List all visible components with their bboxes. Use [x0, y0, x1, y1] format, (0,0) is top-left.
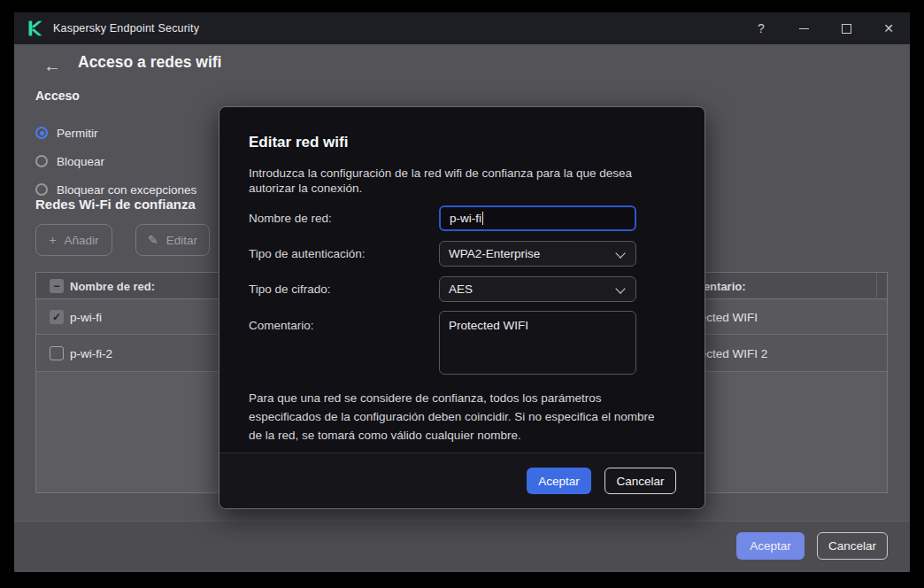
network-name-input[interactable]: p-wi-fi — [439, 205, 636, 231]
dialog-cancel-button[interactable]: Cancelar — [604, 468, 676, 494]
accept-button[interactable]: Aceptar — [736, 532, 805, 560]
pencil-icon: ✎ — [148, 233, 158, 247]
cancel-button[interactable]: Cancelar — [817, 532, 888, 560]
help-icon[interactable]: ? — [740, 12, 782, 44]
auth-type-label: Tipo de autenticación: — [249, 241, 439, 267]
scrollbar-gutter-divider — [876, 273, 877, 299]
edit-wifi-dialog: Editar red wifi Introduzca la configurac… — [219, 106, 705, 509]
add-button[interactable]: + Añadir — [35, 224, 112, 256]
minimize-icon[interactable] — [782, 12, 825, 44]
chevron-down-icon — [615, 248, 625, 258]
radio-bloquear-con-excepciones[interactable]: Bloquear con excepciones — [35, 181, 196, 198]
comment-label: Comentario: — [249, 311, 439, 375]
dialog-note: Para que una red se considere de confian… — [249, 389, 682, 445]
app-title: Kaspersky Endpoint Security — [53, 12, 199, 44]
radio-icon — [35, 183, 48, 196]
dialog-title: Editar red wifi — [249, 134, 348, 151]
radio-selected-icon — [35, 127, 48, 139]
edit-button[interactable]: ✎ Editar — [135, 224, 210, 256]
dialog-accept-button[interactable]: Aceptar — [527, 468, 591, 494]
text-caret — [482, 212, 483, 225]
encryption-type-select[interactable]: AES — [439, 276, 636, 302]
row-checkbox-checked[interactable]: ✓ — [50, 310, 64, 324]
auth-type-select[interactable]: WPA2-Enterprise — [439, 241, 636, 267]
page-title: Acceso a redes wifi — [78, 53, 221, 72]
comment-textarea[interactable]: Protected WIFI — [439, 311, 636, 375]
dialog-description: Introduzca la configuración de la red wi… — [249, 166, 665, 196]
titlebar: Kaspersky Endpoint Security ? ✕ — [14, 12, 910, 44]
back-button[interactable]: ← — [41, 55, 64, 76]
chevron-down-icon — [615, 283, 625, 293]
back-arrow-icon: ← — [43, 56, 61, 75]
check-icon: ✓ — [52, 312, 61, 322]
kaspersky-logo — [27, 19, 44, 37]
radio-icon — [35, 155, 48, 167]
radio-permitir[interactable]: Permitir — [35, 124, 98, 142]
encryption-type-label: Tipo de cifrado: — [249, 276, 439, 302]
dialog-footer: Aceptar Cancelar — [219, 453, 705, 508]
row-checkbox-unchecked[interactable] — [50, 346, 64, 360]
indeterminate-icon: − — [53, 281, 59, 291]
plus-icon: + — [49, 233, 56, 247]
window-footer: Aceptar Cancelar — [14, 521, 910, 572]
app-window: Kaspersky Endpoint Security ? ✕ ← Acceso… — [14, 12, 910, 572]
maximize-icon[interactable] — [825, 12, 867, 44]
access-heading: Acceso — [35, 89, 80, 103]
column-header-name: Nombre de red: — [70, 279, 155, 292]
select-all-checkbox[interactable]: − — [50, 279, 64, 293]
close-icon[interactable]: ✕ — [867, 12, 910, 44]
radio-bloquear[interactable]: Bloquear — [35, 152, 104, 170]
trusted-networks-heading: Redes Wi-Fi de confianza — [35, 197, 196, 212]
network-name-label: Nombre de red: — [249, 205, 439, 231]
